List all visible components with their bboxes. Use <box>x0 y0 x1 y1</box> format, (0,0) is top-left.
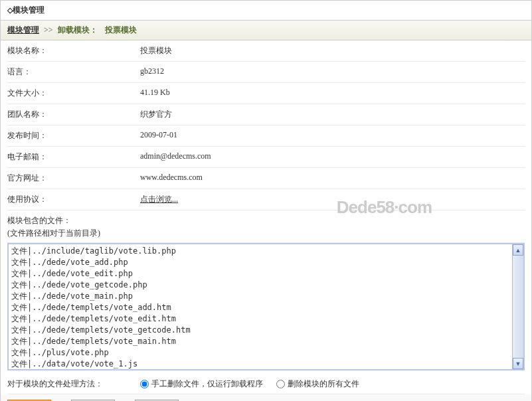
radio-delete-all[interactable]: 删除模块的所有文件 <box>276 378 359 390</box>
file-handling-label: 对于模块的文件处理方法： <box>7 378 140 390</box>
file-list-item: 文件|../dede/vote_main.php <box>11 291 521 302</box>
radio-manual[interactable]: 手工删除文件，仅运行卸载程序 <box>140 378 263 390</box>
breadcrumb-action: 卸载模块： <box>58 25 98 35</box>
label-name: 模块名称： <box>7 45 140 56</box>
file-list-content: 文件|../include/taglib/vote.lib.php文件|../d… <box>9 244 523 370</box>
row-lang: 语言： gb2312 <box>7 62 525 83</box>
file-handling-row: 对于模块的文件处理方法： 手工删除文件，仅运行卸载程序 删除模块的所有文件 <box>7 373 525 394</box>
radio-delete-all-label: 删除模块的所有文件 <box>288 378 359 390</box>
value-team: 织梦官方 <box>140 109 525 120</box>
radio-delete-all-input[interactable] <box>276 380 285 388</box>
file-list-item: 文件|../dede/vote_getcode.php <box>11 280 521 291</box>
breadcrumb-target: 投票模块 <box>105 25 137 35</box>
value-date: 2009-07-01 <box>140 130 525 141</box>
value-email: admin@dedecms.com <box>140 151 525 163</box>
row-team: 团队名称： 织梦官方 <box>7 104 525 125</box>
scroll-up-icon[interactable]: ▲ <box>513 244 523 256</box>
file-list-item: 文件|../dede/templets/vote_main.htm <box>11 336 521 347</box>
label-url: 官方网址： <box>7 173 140 184</box>
file-list-item: 文件|../data/vote/vote_1.js <box>11 359 521 370</box>
radio-group: 手工删除文件，仅运行卸载程序 删除模块的所有文件 <box>140 378 359 390</box>
file-list-box[interactable]: 文件|../include/taglib/vote.lib.php文件|../d… <box>7 243 525 370</box>
label-email: 电子邮箱： <box>7 151 140 163</box>
file-list-item: 文件|../dede/vote_add.php <box>11 257 521 268</box>
panel-body: Dede58·com 模块名称： 投票模块 语言： gb2312 文件大小： 4… <box>1 40 531 394</box>
label-size: 文件大小： <box>7 88 140 99</box>
row-name: 模块名称： 投票模块 <box>7 40 525 62</box>
header-title: 模块管理 <box>13 5 44 15</box>
row-email: 电子邮箱： admin@dedecms.com <box>7 147 525 168</box>
row-size: 文件大小： 41.19 Kb <box>7 83 525 104</box>
value-url: www.dedecms.com <box>140 173 525 184</box>
file-list-item: 文件|../dede/vote_edit.php <box>11 268 521 280</box>
scrollbar[interactable]: ▲ ▼ <box>512 244 523 369</box>
diamond-icon: ◇ <box>7 6 13 14</box>
label-license: 使用协议： <box>7 194 140 205</box>
row-license: 使用协议： 点击浏览... <box>7 189 525 210</box>
breadcrumb-sep: >> <box>44 25 53 35</box>
file-list-item: 文件|../plus/vote.php <box>11 347 521 359</box>
radio-manual-input[interactable] <box>140 380 149 388</box>
files-section-note: (文件路径相对于当前目录) <box>7 228 525 243</box>
value-license[interactable]: 点击浏览... <box>140 194 525 205</box>
label-lang: 语言： <box>7 66 140 78</box>
label-date: 发布时间： <box>7 130 140 141</box>
file-list-item: 文件|../dede/templets/vote_add.htm <box>11 302 521 313</box>
value-lang: gb2312 <box>140 66 525 78</box>
label-team: 团队名称： <box>7 109 140 120</box>
row-url: 官方网址： www.dedecms.com <box>7 168 525 189</box>
file-list-item: 文件|../dede/templets/vote_getcode.htm <box>11 325 521 336</box>
value-size: 41.19 Kb <box>140 88 525 99</box>
main-panel: ◇模块管理 模块管理 >> 卸载模块： 投票模块 Dede58·com 模块名称… <box>0 0 532 401</box>
radio-manual-label: 手工删除文件，仅运行卸载程序 <box>151 378 263 390</box>
value-name: 投票模块 <box>140 45 525 56</box>
breadcrumb: 模块管理 >> 卸载模块： 投票模块 <box>1 21 531 40</box>
files-section-title: 模块包含的文件： <box>7 210 525 228</box>
row-date: 发布时间： 2009-07-01 <box>7 125 525 147</box>
file-list-item: 文件|../include/taglib/vote.lib.php <box>11 246 521 257</box>
button-bar: 确定 重置 返回 <box>1 394 531 401</box>
file-list-item: 文件|../dede/templets/vote_edit.htm <box>11 313 521 325</box>
scroll-down-icon[interactable]: ▼ <box>513 358 523 369</box>
breadcrumb-root[interactable]: 模块管理 <box>7 25 39 35</box>
panel-header: ◇模块管理 <box>1 1 531 21</box>
